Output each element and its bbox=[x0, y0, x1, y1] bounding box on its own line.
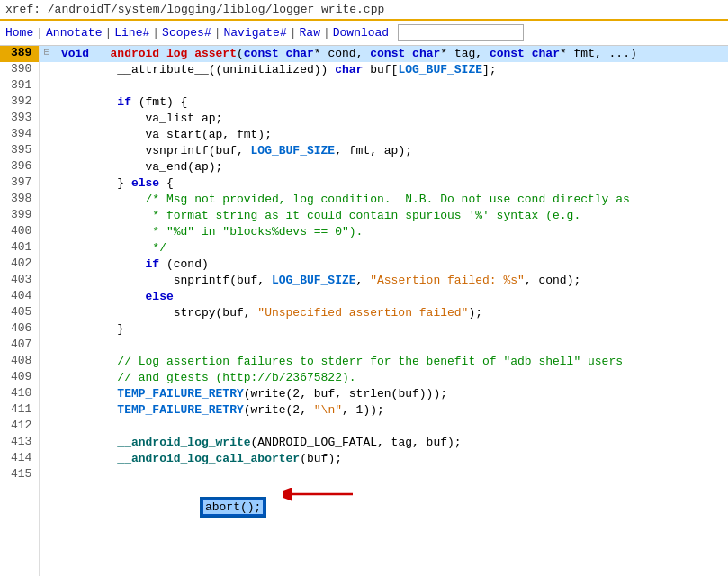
line-number: 395 bbox=[0, 143, 40, 159]
table-row: 390 __attribute__((uninitialized)) char … bbox=[0, 62, 728, 78]
code-table: 389 ⊟ void __android_log_assert(const ch… bbox=[0, 46, 728, 576]
table-row: 411 TEMP_FAILURE_RETRY(write(2, "\n", 1)… bbox=[0, 402, 728, 418]
line-number: 394 bbox=[0, 127, 40, 143]
nav-sep-5: | bbox=[290, 26, 297, 40]
line-number: 406 bbox=[0, 321, 40, 338]
expand-col bbox=[40, 240, 54, 256]
code-line: // and gtests (http://b/23675822). bbox=[54, 370, 728, 386]
table-row: 405 strcpy(buf, "Unspecified assertion f… bbox=[0, 305, 728, 321]
nav-annotate[interactable]: Annotate bbox=[46, 26, 102, 40]
table-row: 408 // Log assertion failures to stderr … bbox=[0, 354, 728, 370]
line-number: 400 bbox=[0, 224, 40, 240]
expand-col bbox=[40, 435, 54, 451]
line-number: 412 bbox=[0, 418, 40, 435]
expand-col bbox=[40, 256, 54, 273]
expand-col bbox=[40, 78, 54, 94]
table-row: 394 va_start(ap, fmt); bbox=[0, 127, 728, 143]
abort-highlight: abort(); bbox=[202, 499, 265, 516]
line-number: 413 bbox=[0, 435, 40, 451]
nav-raw[interactable]: Raw bbox=[300, 26, 320, 40]
expand-col bbox=[40, 273, 54, 289]
code-line: abort(); bbox=[54, 467, 728, 576]
arrow-icon bbox=[283, 485, 355, 503]
table-row: 410 TEMP_FAILURE_RETRY(write(2, buf, str… bbox=[0, 386, 728, 402]
code-line: strcpy(buf, "Unspecified assertion faile… bbox=[54, 305, 728, 321]
line-number: 410 bbox=[0, 386, 40, 402]
line-number: 399 bbox=[0, 208, 40, 224]
expand-col bbox=[40, 386, 54, 402]
code-line: __android_log_call_aborter(buf); bbox=[54, 451, 728, 467]
nav-sep-3: | bbox=[152, 26, 159, 40]
code-line: TEMP_FAILURE_RETRY(write(2, "\n", 1)); bbox=[54, 402, 728, 418]
expand-col bbox=[40, 111, 54, 127]
table-row: 402 if (cond) bbox=[0, 256, 728, 273]
expand-col bbox=[40, 451, 54, 467]
code-line: void __android_log_assert(const char* co… bbox=[54, 46, 728, 62]
line-number: 393 bbox=[0, 111, 40, 127]
expand-col bbox=[40, 176, 54, 192]
nav-sep-4: | bbox=[214, 26, 221, 40]
code-line: * "%d" in "blocks%devs == 0"). bbox=[54, 224, 728, 240]
code-line: * format string as it could contain spur… bbox=[54, 208, 728, 224]
table-row: 415 abort(); bbox=[0, 467, 728, 576]
expand-col bbox=[40, 143, 54, 159]
expand-col bbox=[40, 305, 54, 321]
table-row: 400 * "%d" in "blocks%devs == 0"). bbox=[0, 224, 728, 240]
line-number: 415 bbox=[0, 467, 40, 576]
table-row: 392 if (fmt) { bbox=[0, 94, 728, 111]
expand-icon[interactable]: ⊟ bbox=[40, 46, 54, 62]
line-number: 391 bbox=[0, 78, 40, 94]
table-row: 389 ⊟ void __android_log_assert(const ch… bbox=[0, 46, 728, 62]
breadcrumb-text: xref: /androidT/system/logging/liblog/lo… bbox=[5, 3, 384, 16]
expand-col bbox=[40, 321, 54, 338]
line-number: 401 bbox=[0, 240, 40, 256]
code-line bbox=[54, 78, 728, 94]
table-row: 412 bbox=[0, 418, 728, 435]
nav-sep-1: | bbox=[36, 26, 43, 40]
line-number: 404 bbox=[0, 289, 40, 305]
nav-home[interactable]: Home bbox=[5, 26, 33, 40]
line-number: 411 bbox=[0, 402, 40, 418]
code-line: __attribute__((uninitialized)) char buf[… bbox=[54, 62, 728, 78]
code-line: TEMP_FAILURE_RETRY(write(2, buf, strlen(… bbox=[54, 386, 728, 402]
nav-sep-2: | bbox=[104, 26, 112, 40]
expand-col bbox=[40, 354, 54, 370]
table-row: 396 va_end(ap); bbox=[0, 159, 728, 176]
line-number: 405 bbox=[0, 305, 40, 321]
search-input[interactable] bbox=[398, 24, 524, 41]
expand-col bbox=[40, 62, 54, 78]
expand-col bbox=[40, 192, 54, 208]
nav-sep-6: | bbox=[323, 26, 330, 40]
expand-col bbox=[40, 127, 54, 143]
line-number: 390 bbox=[0, 62, 40, 78]
expand-col bbox=[40, 370, 54, 386]
line-number: 402 bbox=[0, 256, 40, 273]
code-area: 389 ⊟ void __android_log_assert(const ch… bbox=[0, 46, 728, 576]
expand-col bbox=[40, 402, 54, 418]
nav-navigate[interactable]: Navigate# bbox=[224, 26, 287, 40]
arrow-annotation bbox=[283, 485, 355, 503]
nav-download[interactable]: Download bbox=[333, 26, 389, 40]
table-row: 414 __android_log_call_aborter(buf); bbox=[0, 451, 728, 467]
line-number: 398 bbox=[0, 192, 40, 208]
breadcrumb: xref: /androidT/system/logging/liblog/lo… bbox=[0, 0, 728, 21]
line-number: 407 bbox=[0, 338, 40, 354]
code-line: */ bbox=[54, 240, 728, 256]
table-row: 403 snprintf(buf, LOG_BUF_SIZE, "Asserti… bbox=[0, 273, 728, 289]
nav-scopes[interactable]: Scopes# bbox=[162, 26, 211, 40]
table-row: 395 vsnprintf(buf, LOG_BUF_SIZE, fmt, ap… bbox=[0, 143, 728, 159]
table-row: 409 // and gtests (http://b/23675822). bbox=[0, 370, 728, 386]
table-row: 399 * format string as it could contain … bbox=[0, 208, 728, 224]
table-row: 401 */ bbox=[0, 240, 728, 256]
line-number: 396 bbox=[0, 159, 40, 176]
table-row: 398 /* Msg not provided, log condition. … bbox=[0, 192, 728, 208]
table-row: 397 } else { bbox=[0, 176, 728, 192]
expand-col bbox=[40, 224, 54, 240]
expand-col bbox=[40, 159, 54, 176]
code-line: // Log assertion failures to stderr for … bbox=[54, 354, 728, 370]
nav-lineno[interactable]: Line# bbox=[114, 26, 149, 40]
code-line: va_end(ap); bbox=[54, 159, 728, 176]
nav-bar: Home | Annotate | Line# | Scopes# | Navi… bbox=[0, 21, 728, 46]
code-line: __android_log_write(ANDROID_LOG_FATAL, t… bbox=[54, 435, 728, 451]
code-line: } bbox=[54, 321, 728, 338]
